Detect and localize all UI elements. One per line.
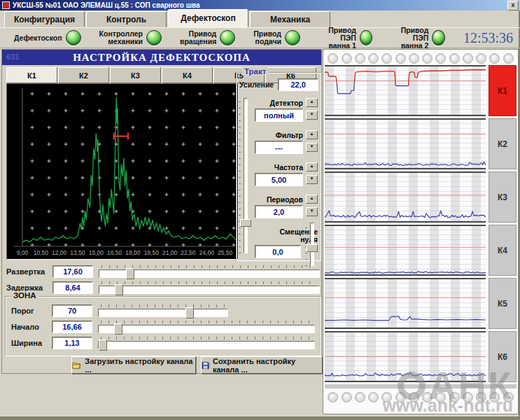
main-tab-1[interactable]: Конфигурация	[4, 11, 85, 27]
spin-down-icon[interactable]: ▼	[306, 143, 318, 152]
delay-label: Задержка	[6, 284, 52, 292]
status-led-icon	[66, 30, 81, 46]
strip-channel-label-k5[interactable]: К5	[489, 278, 517, 329]
zone-2-slider-thumb[interactable]	[114, 323, 122, 335]
sweep-value: 17,60	[52, 265, 93, 278]
zone-3-slider-thumb[interactable]	[99, 340, 107, 351]
tract-field-1: Детектор▲полный▼	[255, 98, 318, 122]
strip-band-k1: К1	[325, 65, 517, 116]
gain-label: Усиление	[239, 80, 274, 89]
main-tab-3[interactable]: Дефектоскоп	[168, 9, 248, 27]
close-icon[interactable]: x	[507, 1, 519, 10]
sweep-slider-thumb[interactable]	[126, 268, 134, 279]
spin-down-icon[interactable]: ▼	[306, 175, 318, 184]
status-indicator-4: Привод подачи	[253, 30, 300, 46]
scope-x-tick-label: 24,00	[199, 249, 214, 256]
perforation-hole	[435, 53, 446, 64]
zone-3-value: 1,13	[52, 337, 92, 349]
status-indicator-1: Дефектоскоп	[14, 30, 81, 46]
scope-x-tick-label: 16,50	[107, 249, 122, 256]
ascan-scope: 9,0010,5012,0013,5015,0016,5018,0019,502…	[6, 83, 239, 260]
tract-group-title: Тракт	[242, 67, 268, 76]
zero-offset-slider[interactable]	[305, 223, 318, 266]
gain-slider-thumb[interactable]	[240, 219, 251, 227]
zone-1-slider[interactable]	[98, 304, 228, 317]
clock-display: 12:53:36	[463, 30, 516, 46]
perforation-row-bottom	[325, 390, 517, 404]
panel-id: 631	[6, 52, 19, 61]
title-bar: УКСШ-55 №01 ОАО ЭЛЕМАШ ц.55 : СОП сварно…	[0, 0, 520, 10]
spin-down-icon[interactable]: ▼	[306, 207, 318, 216]
zone-row-3: Ширина1,13	[11, 335, 315, 350]
strip-channel-label-k1[interactable]: К1	[489, 65, 517, 116]
save-channel-settings-button[interactable]: Сохранить настройку канала ...	[201, 356, 323, 374]
zone-3-label: Ширина	[11, 339, 52, 347]
defectoscope-settings-panel: 631 НАСТРОЙКА ДЕФЕКТОСКОПА К1К2К3К4К5К6 …	[1, 49, 322, 374]
perforation-hole	[503, 53, 514, 64]
strip-trace-k6	[325, 332, 486, 381]
tract-field-label: Частота	[274, 163, 303, 172]
strip-band-k2: К2	[325, 118, 517, 169]
strip-trace-k2	[325, 120, 486, 168]
zero-offset-slider-thumb[interactable]	[307, 244, 318, 252]
delay-slider-thumb[interactable]	[115, 284, 123, 295]
gain-slider[interactable]	[239, 98, 251, 253]
ascan-plot	[7, 84, 238, 249]
perforation-hole	[463, 392, 473, 402]
zone-row-1: Порог70	[11, 303, 315, 318]
perforation-hole	[463, 53, 473, 64]
tract-field-label: Фильтр	[276, 131, 303, 139]
scope-x-tick-label: 22,50	[181, 249, 195, 256]
panel-header: 631 НАСТРОЙКА ДЕФЕКТОСКОПА	[2, 50, 321, 65]
perforation-hole	[381, 392, 392, 402]
perforation-hole	[328, 53, 338, 64]
zone-2-slider[interactable]	[98, 321, 315, 333]
tract-field-value: 2,0	[255, 205, 303, 218]
tract-group: Тракт Усиление 22,0 Детектор▲полный▼Филь…	[236, 72, 321, 261]
load-channel-settings-button[interactable]: Загрузить настройку канала ...	[71, 356, 196, 374]
zone-group: ЗОНА Порог70Начало16,66Ширина1,13	[5, 296, 321, 356]
status-indicator-2: Контроллер механики	[99, 30, 162, 46]
perforation-hole	[409, 392, 419, 402]
channel-tab-k1[interactable]: К1	[6, 67, 57, 83]
status-indicator-label: Привод вращения	[180, 30, 216, 46]
spin-up-icon[interactable]: ▲	[306, 98, 318, 107]
perforation-row-top	[325, 51, 517, 65]
strip-channel-label-k2[interactable]: К2	[489, 118, 517, 169]
status-indicator-6: Привод ПЭП ванна 2	[391, 27, 444, 50]
tract-field-value: ---	[255, 141, 303, 154]
channel-tab-k4[interactable]: К4	[162, 67, 213, 83]
delay-slider[interactable]	[99, 281, 320, 294]
main-tab-bar: КонфигурацияКонтрольДефектоскопМеханика	[0, 10, 520, 28]
spin-up-icon[interactable]: ▲	[306, 130, 318, 139]
perforation-hole	[381, 53, 392, 64]
scope-x-tick-label: 10,50	[34, 249, 48, 256]
zone-1-slider-thumb[interactable]	[185, 307, 194, 318]
perforation-hole	[503, 392, 514, 402]
channel-tab-k2[interactable]: К2	[58, 67, 109, 83]
strip-plot-k4	[325, 225, 486, 276]
strip-channel-label-k6[interactable]: К6	[489, 331, 517, 382]
perforation-hole	[449, 392, 460, 402]
strip-band-k3: К3	[325, 172, 517, 223]
status-indicator-label: Дефектоскоп	[14, 34, 62, 42]
sweep-slider[interactable]	[99, 265, 320, 278]
perforation-hole	[368, 53, 379, 64]
main-tab-2[interactable]: Контроль	[86, 11, 167, 27]
zone-3-slider-ticks	[101, 337, 312, 340]
perforation-hole	[395, 392, 406, 402]
zone-3-slider[interactable]	[98, 337, 315, 349]
perforation-hole	[355, 53, 365, 64]
zone-2-label: Начало	[11, 323, 52, 331]
status-led-icon	[285, 30, 300, 46]
channel-tab-k3[interactable]: К3	[110, 67, 161, 83]
tract-field-4: Периодов▲2,0▼	[255, 195, 318, 218]
strip-channel-label-k3[interactable]: К3	[489, 172, 517, 223]
main-tab-4[interactable]: Механика	[250, 11, 330, 27]
spin-up-icon[interactable]: ▲	[306, 162, 318, 172]
perforation-hole	[435, 392, 446, 402]
status-indicator-label: Привод ПЭП ванна 1	[318, 27, 356, 50]
spin-down-icon[interactable]: ▼	[306, 111, 318, 120]
spin-up-icon[interactable]: ▲	[306, 195, 318, 204]
strip-channel-label-k4[interactable]: К4	[489, 225, 517, 276]
